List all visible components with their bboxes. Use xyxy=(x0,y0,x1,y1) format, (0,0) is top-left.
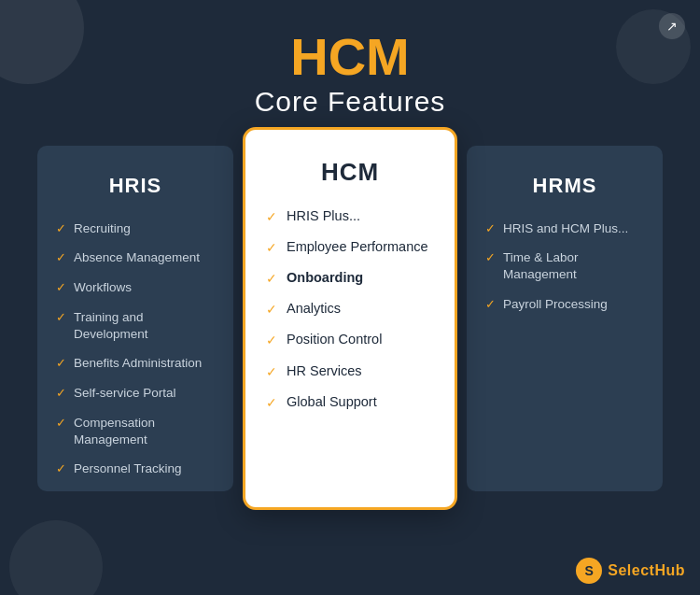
check-icon: ✓ xyxy=(266,394,277,411)
item-text: Training and Development xyxy=(74,309,215,342)
list-item: ✓Employee Performance xyxy=(266,238,434,256)
list-item: ✓Workflows xyxy=(56,279,215,296)
check-icon: ✓ xyxy=(485,297,496,313)
check-icon: ✓ xyxy=(56,386,66,402)
hrms-card: HRMS ✓HRIS and HCM Plus...✓Time & Labor … xyxy=(467,146,663,491)
check-icon: ✓ xyxy=(266,301,277,318)
item-text: Global Support xyxy=(287,393,377,411)
hcm-card: HCM ✓HRIS Plus...✓Employee Performance✓O… xyxy=(243,127,457,510)
check-icon: ✓ xyxy=(266,332,277,348)
check-icon: ✓ xyxy=(56,280,66,296)
item-text: HRIS and HCM Plus... xyxy=(503,220,628,237)
list-item: ✓Self-service Portal xyxy=(56,385,215,402)
main-title: HCM xyxy=(0,28,700,86)
item-text: Recruiting xyxy=(74,220,131,237)
hrms-card-title: HRMS xyxy=(485,174,644,198)
hrms-list: ✓HRIS and HCM Plus...✓Time & Labor Manag… xyxy=(485,220,644,326)
check-icon: ✓ xyxy=(56,356,66,372)
list-item: ✓HRIS and HCM Plus... xyxy=(485,220,644,237)
list-item: ✓Compensation Management xyxy=(56,415,215,447)
check-icon: ✓ xyxy=(56,310,66,326)
check-icon: ✓ xyxy=(56,416,66,432)
item-text: HR Services xyxy=(287,362,362,380)
deco-circle-bottom-left xyxy=(9,520,103,595)
hcm-card-title: HCM xyxy=(266,158,434,187)
branding-logo: S xyxy=(576,558,602,584)
list-item: ✓Recruiting xyxy=(56,220,215,237)
item-text: Benefits Administration xyxy=(74,355,202,372)
check-icon: ✓ xyxy=(56,461,66,477)
check-icon: ✓ xyxy=(485,250,496,266)
item-text: Personnel Tracking xyxy=(74,460,182,477)
list-item: ✓HRIS Plus... xyxy=(266,207,434,225)
item-text: Employee Performance xyxy=(287,238,428,256)
list-item: ✓Payroll Processing xyxy=(485,296,644,313)
list-item: ✓Absence Management xyxy=(56,249,215,266)
hris-card-title: HRIS xyxy=(56,174,215,198)
list-item: ✓HR Services xyxy=(266,362,434,380)
item-text: Payroll Processing xyxy=(503,296,608,313)
cards-container: HRIS ✓Recruiting✓Absence Management✓Work… xyxy=(0,136,700,510)
check-icon: ✓ xyxy=(485,221,496,237)
item-text: Onboarding xyxy=(287,269,363,287)
check-icon: ✓ xyxy=(266,208,277,225)
branding-name-part1: Select xyxy=(608,562,654,578)
item-text: Workflows xyxy=(74,279,132,296)
branding: S SelectHub xyxy=(576,558,685,584)
check-icon: ✓ xyxy=(56,250,66,266)
branding-name: SelectHub xyxy=(608,562,685,579)
item-text: Self-service Portal xyxy=(74,385,176,402)
top-right-arrow-icon: ↗ xyxy=(659,13,685,39)
check-icon: ✓ xyxy=(266,239,277,256)
check-icon: ✓ xyxy=(266,363,277,380)
list-item: ✓Time & Labor Management xyxy=(485,249,644,282)
list-item: ✓Benefits Administration xyxy=(56,355,215,372)
item-text: Absence Management xyxy=(74,249,200,266)
list-item: ✓Analytics xyxy=(266,300,434,318)
list-item: ✓Training and Development xyxy=(56,309,215,342)
list-item: ✓Onboarding xyxy=(266,269,434,287)
list-item: ✓Personnel Tracking xyxy=(56,460,215,477)
hcm-list: ✓HRIS Plus...✓Employee Performance✓Onboa… xyxy=(266,207,434,424)
check-icon: ✓ xyxy=(266,270,277,287)
item-text: Time & Labor Management xyxy=(503,249,644,282)
list-item: ✓Position Control xyxy=(266,331,434,348)
list-item: ✓Global Support xyxy=(266,393,434,411)
main-subtitle: Core Features xyxy=(0,86,700,118)
item-text: Compensation Management xyxy=(74,415,215,447)
hris-list: ✓Recruiting✓Absence Management✓Workflows… xyxy=(56,220,215,491)
hris-card: HRIS ✓Recruiting✓Absence Management✓Work… xyxy=(37,146,233,491)
branding-logo-letter: S xyxy=(585,563,594,578)
item-text: Position Control xyxy=(287,331,382,348)
check-icon: ✓ xyxy=(56,221,66,237)
item-text: HRIS Plus... xyxy=(287,207,360,225)
item-text: Analytics xyxy=(287,300,341,318)
header: HCM Core Features xyxy=(0,0,700,136)
branding-name-part2: Hub xyxy=(654,562,685,578)
